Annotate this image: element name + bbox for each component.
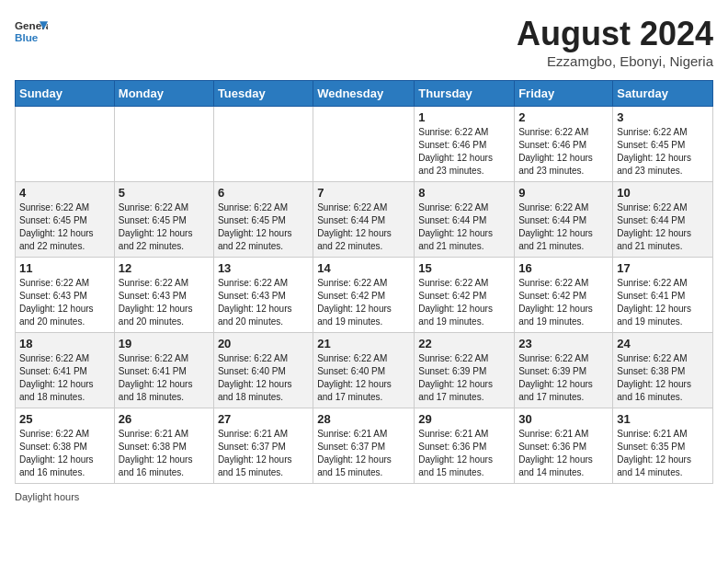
- day-cell: 19Sunrise: 6:22 AMSunset: 6:41 PMDayligh…: [114, 333, 213, 408]
- logo-icon: General Blue: [15, 15, 48, 48]
- day-info: Sunrise: 6:22 AMSunset: 6:44 PMDaylight:…: [518, 201, 609, 253]
- day-number: 19: [119, 337, 210, 350]
- day-info: Sunrise: 6:22 AMSunset: 6:44 PMDaylight:…: [617, 201, 709, 253]
- day-number: 18: [19, 337, 110, 350]
- day-cell: 1Sunrise: 6:22 AMSunset: 6:46 PMDaylight…: [415, 107, 515, 182]
- day-cell: 21Sunrise: 6:22 AMSunset: 6:40 PMDayligh…: [313, 333, 415, 408]
- week-row-2: 4Sunrise: 6:22 AMSunset: 6:45 PMDaylight…: [16, 182, 713, 258]
- day-cell: 6Sunrise: 6:22 AMSunset: 6:45 PMDaylight…: [213, 182, 313, 258]
- day-cell: 30Sunrise: 6:21 AMSunset: 6:36 PMDayligh…: [515, 408, 613, 484]
- day-info: Sunrise: 6:21 AMSunset: 6:38 PMDaylight:…: [119, 428, 210, 479]
- day-number: 28: [317, 412, 410, 426]
- title-block: August 2024 Ezzamgbo, Ebonyi, Nigeria: [517, 15, 713, 69]
- calendar-subtitle: Ezzamgbo, Ebonyi, Nigeria: [517, 53, 713, 69]
- day-info: Sunrise: 6:22 AMSunset: 6:46 PMDaylight:…: [518, 126, 609, 178]
- day-cell: 8Sunrise: 6:22 AMSunset: 6:44 PMDaylight…: [415, 182, 515, 258]
- day-info: Sunrise: 6:22 AMSunset: 6:43 PMDaylight:…: [119, 277, 210, 328]
- day-number: 22: [418, 337, 510, 350]
- column-header-wednesday: Wednesday: [313, 81, 415, 107]
- column-header-monday: Monday: [114, 81, 213, 107]
- day-number: 8: [418, 186, 510, 200]
- day-info: Sunrise: 6:21 AMSunset: 6:36 PMDaylight:…: [418, 428, 510, 479]
- day-info: Sunrise: 6:21 AMSunset: 6:37 PMDaylight:…: [317, 428, 410, 479]
- day-info: Sunrise: 6:22 AMSunset: 6:46 PMDaylight:…: [418, 126, 510, 178]
- day-cell: 10Sunrise: 6:22 AMSunset: 6:44 PMDayligh…: [613, 182, 713, 258]
- day-info: Sunrise: 6:22 AMSunset: 6:39 PMDaylight:…: [518, 352, 609, 404]
- calendar-body: 1Sunrise: 6:22 AMSunset: 6:46 PMDaylight…: [16, 107, 713, 484]
- day-cell: 5Sunrise: 6:22 AMSunset: 6:45 PMDaylight…: [114, 182, 213, 258]
- day-cell: [114, 107, 213, 182]
- day-cell: 4Sunrise: 6:22 AMSunset: 6:45 PMDaylight…: [16, 182, 115, 258]
- day-number: 30: [518, 412, 609, 426]
- day-info: Sunrise: 6:22 AMSunset: 6:45 PMDaylight:…: [617, 126, 709, 178]
- day-info: Sunrise: 6:22 AMSunset: 6:41 PMDaylight:…: [617, 277, 709, 328]
- day-info: Sunrise: 6:22 AMSunset: 6:44 PMDaylight:…: [317, 201, 410, 253]
- day-cell: 15Sunrise: 6:22 AMSunset: 6:42 PMDayligh…: [415, 258, 515, 333]
- day-number: 16: [518, 261, 609, 275]
- day-number: 10: [617, 186, 709, 200]
- day-number: 6: [218, 186, 309, 200]
- week-row-1: 1Sunrise: 6:22 AMSunset: 6:46 PMDaylight…: [16, 107, 713, 182]
- day-number: 26: [119, 412, 210, 426]
- day-info: Sunrise: 6:21 AMSunset: 6:35 PMDaylight:…: [617, 428, 709, 479]
- day-number: 21: [317, 337, 410, 350]
- day-number: 29: [418, 412, 510, 426]
- footer: Daylight hours: [15, 491, 713, 502]
- day-info: Sunrise: 6:22 AMSunset: 6:43 PMDaylight:…: [19, 277, 110, 328]
- day-number: 5: [119, 186, 210, 200]
- svg-text:Blue: Blue: [15, 31, 39, 43]
- day-cell: 26Sunrise: 6:21 AMSunset: 6:38 PMDayligh…: [114, 408, 213, 484]
- day-cell: 18Sunrise: 6:22 AMSunset: 6:41 PMDayligh…: [16, 333, 115, 408]
- calendar-title: August 2024: [517, 15, 713, 53]
- day-info: Sunrise: 6:22 AMSunset: 6:41 PMDaylight:…: [19, 352, 110, 404]
- day-number: 23: [518, 337, 609, 350]
- day-info: Sunrise: 6:21 AMSunset: 6:36 PMDaylight:…: [518, 428, 609, 479]
- calendar-header-row: SundayMondayTuesdayWednesdayThursdayFrid…: [16, 81, 713, 107]
- day-info: Sunrise: 6:22 AMSunset: 6:44 PMDaylight:…: [418, 201, 510, 253]
- day-number: 12: [119, 261, 210, 275]
- day-cell: [213, 107, 313, 182]
- day-cell: 22Sunrise: 6:22 AMSunset: 6:39 PMDayligh…: [415, 333, 515, 408]
- day-number: 4: [19, 186, 110, 200]
- day-info: Sunrise: 6:22 AMSunset: 6:42 PMDaylight:…: [317, 277, 410, 328]
- day-info: Sunrise: 6:22 AMSunset: 6:42 PMDaylight:…: [518, 277, 609, 328]
- day-info: Sunrise: 6:22 AMSunset: 6:43 PMDaylight:…: [218, 277, 309, 328]
- day-info: Sunrise: 6:22 AMSunset: 6:38 PMDaylight:…: [19, 428, 110, 479]
- day-cell: 28Sunrise: 6:21 AMSunset: 6:37 PMDayligh…: [313, 408, 415, 484]
- day-number: 13: [218, 261, 309, 275]
- day-cell: 7Sunrise: 6:22 AMSunset: 6:44 PMDaylight…: [313, 182, 415, 258]
- day-cell: 29Sunrise: 6:21 AMSunset: 6:36 PMDayligh…: [415, 408, 515, 484]
- day-cell: 24Sunrise: 6:22 AMSunset: 6:38 PMDayligh…: [613, 333, 713, 408]
- day-number: 25: [19, 412, 110, 426]
- day-cell: 27Sunrise: 6:21 AMSunset: 6:37 PMDayligh…: [213, 408, 313, 484]
- day-cell: 31Sunrise: 6:21 AMSunset: 6:35 PMDayligh…: [613, 408, 713, 484]
- logo: General Blue: [15, 15, 48, 48]
- day-cell: 13Sunrise: 6:22 AMSunset: 6:43 PMDayligh…: [213, 258, 313, 333]
- day-info: Sunrise: 6:21 AMSunset: 6:37 PMDaylight:…: [218, 428, 309, 479]
- day-number: 27: [218, 412, 309, 426]
- day-number: 9: [518, 186, 609, 200]
- day-info: Sunrise: 6:22 AMSunset: 6:38 PMDaylight:…: [617, 352, 709, 404]
- day-cell: 11Sunrise: 6:22 AMSunset: 6:43 PMDayligh…: [16, 258, 115, 333]
- day-info: Sunrise: 6:22 AMSunset: 6:42 PMDaylight:…: [418, 277, 510, 328]
- day-info: Sunrise: 6:22 AMSunset: 6:40 PMDaylight:…: [317, 352, 410, 404]
- page-header: General Blue August 2024 Ezzamgbo, Ebony…: [15, 15, 713, 69]
- day-number: 3: [617, 110, 709, 124]
- daylight-hours-label: Daylight hours: [15, 491, 79, 502]
- day-cell: 3Sunrise: 6:22 AMSunset: 6:45 PMDaylight…: [613, 107, 713, 182]
- day-info: Sunrise: 6:22 AMSunset: 6:39 PMDaylight:…: [418, 352, 510, 404]
- day-number: 24: [617, 337, 709, 350]
- day-info: Sunrise: 6:22 AMSunset: 6:45 PMDaylight:…: [119, 201, 210, 253]
- day-number: 11: [19, 261, 110, 275]
- day-cell: 20Sunrise: 6:22 AMSunset: 6:40 PMDayligh…: [213, 333, 313, 408]
- day-info: Sunrise: 6:22 AMSunset: 6:41 PMDaylight:…: [119, 352, 210, 404]
- day-info: Sunrise: 6:22 AMSunset: 6:45 PMDaylight:…: [218, 201, 309, 253]
- day-cell: 2Sunrise: 6:22 AMSunset: 6:46 PMDaylight…: [515, 107, 613, 182]
- week-row-5: 25Sunrise: 6:22 AMSunset: 6:38 PMDayligh…: [16, 408, 713, 484]
- day-cell: 25Sunrise: 6:22 AMSunset: 6:38 PMDayligh…: [16, 408, 115, 484]
- day-number: 14: [317, 261, 410, 275]
- day-cell: 14Sunrise: 6:22 AMSunset: 6:42 PMDayligh…: [313, 258, 415, 333]
- day-number: 2: [518, 110, 609, 124]
- column-header-sunday: Sunday: [16, 81, 115, 107]
- column-header-tuesday: Tuesday: [213, 81, 313, 107]
